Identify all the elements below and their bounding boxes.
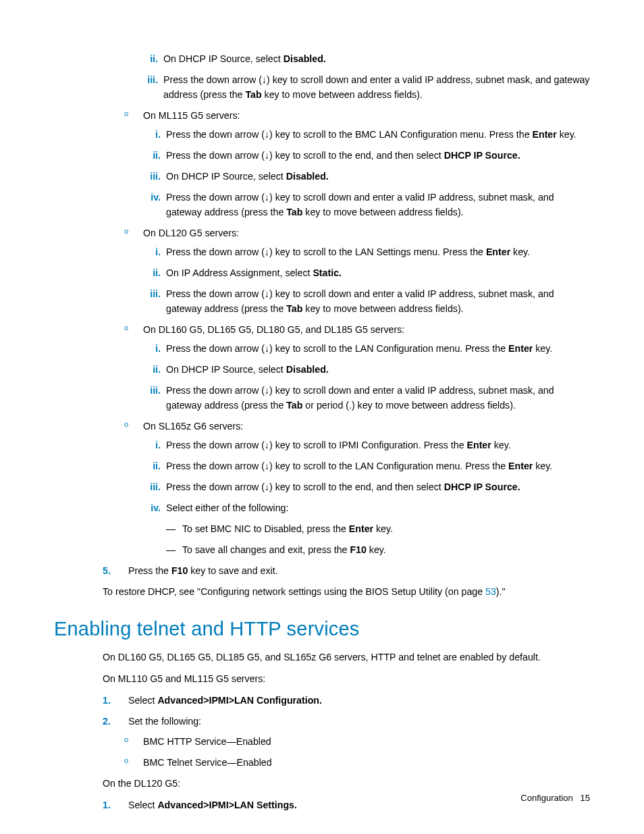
ordered-list: 5. Press the F10 key to save and exit. [103, 563, 590, 578]
bullet-label: On ML115 G5 servers: [143, 110, 240, 121]
step-text: Press the down arrow (↓) key to scroll d… [166, 385, 554, 411]
roman-marker: i. [144, 341, 163, 356]
step-text: Press the down arrow (↓) key to scroll d… [166, 192, 554, 217]
list-item: ii.On DHCP IP Source, select Disabled. [144, 362, 590, 377]
step-text: BMC HTTP Service—Enabled [143, 736, 271, 747]
roman-marker: ii. [144, 459, 163, 473]
body-text: To restore DHCP, see "Configuring networ… [103, 584, 590, 599]
bullet-list: oBMC HTTP Service—EnabledoBMC Telnet Ser… [124, 734, 590, 770]
roman-marker: ii. [144, 148, 163, 163]
roman-marker: iv. [144, 190, 163, 205]
roman-marker: iii. [144, 383, 163, 398]
bullet-marker: o [124, 322, 128, 334]
roman-marker: iii. [144, 286, 163, 301]
roman-marker: ii. [144, 362, 163, 377]
footer-page: 15 [581, 793, 590, 803]
body-text: On DL160 G5, DL165 G5, DL185 G5, and SL1… [103, 650, 590, 664]
list-item: 1.Select Advanced>IPMI>LAN Settings. [103, 798, 590, 812]
roman-marker: i. [144, 127, 163, 142]
step-text: Select either of the following: [166, 502, 288, 513]
list-item: oBMC HTTP Service—Enabled [124, 734, 590, 749]
roman-list: i.Press the down arrow (↓) key to scroll… [144, 341, 590, 413]
step-text: Press the down arrow (↓) key to scroll d… [166, 288, 554, 314]
bullet-marker: o [124, 734, 128, 746]
step-text: Press the down arrow (↓) key to scroll d… [163, 74, 589, 100]
body-text: On ML110 G5 and ML115 G5 servers: [103, 671, 590, 686]
step-text: On DHCP IP Source, select Disabled. [163, 53, 326, 64]
bullet-marker: o [124, 108, 128, 120]
list-item: oBMC Telnet Service—Enabled [124, 755, 590, 770]
roman-list: i.Press the down arrow (↓) key to scroll… [144, 127, 590, 219]
step-text: Press the down arrow (↓) key to scroll t… [166, 129, 576, 140]
roman-marker: i. [144, 438, 163, 452]
roman-marker: i. [144, 244, 163, 259]
list-item: ii.Press the down arrow (↓) key to scrol… [144, 459, 590, 473]
list-marker: 5. [103, 563, 123, 578]
step-text: On IP Address Assignment, select Static. [166, 267, 342, 278]
list-item: i.Press the down arrow (↓) key to scroll… [144, 438, 590, 452]
list-item: —To set BMC NIC to Disabled, press the E… [166, 521, 590, 536]
ordered-list: 1.Select Advanced>IPMI>LAN Configuration… [103, 693, 590, 770]
list-item: oOn DL120 G5 servers:i.Press the down ar… [124, 226, 590, 316]
list-item: 1.Select Advanced>IPMI>LAN Configuration… [103, 693, 590, 708]
step-text: Press the down arrow (↓) key to scroll t… [166, 440, 511, 450]
list-item: iii.On DHCP IP Source, select Disabled. [144, 169, 590, 184]
dash-list: —To set BMC NIC to Disabled, press the E… [166, 521, 590, 557]
list-item: oOn SL165z G6 servers:i.Press the down a… [124, 419, 590, 557]
page-footer: Configuration 15 [520, 793, 590, 803]
bullet-label: On SL165z G6 servers: [143, 421, 243, 432]
step-text: To set BMC NIC to Disabled, press the En… [182, 523, 393, 534]
roman-marker: ii. [142, 51, 161, 66]
step-text: On DHCP IP Source, select Disabled. [166, 171, 329, 182]
roman-marker: ii. [144, 265, 163, 280]
ordered-list: 1.Select Advanced>IPMI>LAN Settings. [103, 798, 590, 812]
step-text: On DHCP IP Source, select Disabled. [166, 364, 329, 375]
list-item: ii.On DHCP IP Source, select Disabled. [142, 51, 590, 66]
list-item: 2.Set the following:oBMC HTTP Service—En… [103, 714, 590, 770]
step-text: Select Advanced>IPMI>LAN Configuration. [128, 695, 322, 706]
step-text: Press the down arrow (↓) key to scroll t… [166, 246, 530, 257]
list-marker: 1. [103, 693, 123, 708]
list-item: iv.Press the down arrow (↓) key to scrol… [144, 190, 590, 219]
list-item: iii.Press the down arrow (↓) key to scro… [142, 72, 590, 102]
step-text: Press the F10 key to save and exit. [128, 565, 278, 576]
list-item: iv.Select either of the following: [144, 500, 590, 515]
bullet-marker: o [124, 419, 128, 430]
step-text: BMC Telnet Service—Enabled [143, 757, 272, 768]
list-item: ii.Press the down arrow (↓) key to scrol… [144, 148, 590, 163]
step-text: To save all changes and exit, press the … [182, 544, 386, 555]
bullet-label: On DL120 G5 servers: [143, 228, 239, 238]
bullet-label: On DL160 G5, DL165 G5, DL180 G5, and DL1… [143, 324, 404, 335]
section-heading: Enabling telnet and HTTP services [54, 618, 590, 640]
list-item: oOn ML115 G5 servers:i.Press the down ar… [124, 108, 590, 219]
dash-marker: — [166, 521, 176, 536]
bullet-list: oOn ML115 G5 servers:i.Press the down ar… [124, 108, 590, 557]
list-item: i.Press the down arrow (↓) key to scroll… [144, 127, 590, 142]
roman-marker: iv. [144, 500, 163, 515]
list-item: oOn DL160 G5, DL165 G5, DL180 G5, and DL… [124, 322, 590, 413]
list-marker: 1. [103, 798, 123, 812]
bullet-marker: o [124, 755, 128, 766]
step-text: Press the down arrow (↓) key to scroll t… [166, 461, 552, 471]
list-item: —To save all changes and exit, press the… [166, 542, 590, 557]
list-item: 5. Press the F10 key to save and exit. [103, 563, 590, 578]
roman-marker: iii. [144, 479, 163, 494]
step-text: Press the down arrow (↓) key to scroll t… [166, 150, 520, 161]
list-item: iii.Press the down arrow (↓) key to scro… [144, 383, 590, 413]
step-text: Press the down arrow (↓) key to scroll t… [166, 481, 520, 492]
bullet-marker: o [124, 226, 128, 237]
page-content: ii.On DHCP IP Source, select Disabled.ii… [54, 47, 590, 818]
roman-marker: iii. [144, 169, 163, 184]
list-marker: 2. [103, 714, 123, 729]
footer-section: Configuration [520, 793, 572, 803]
body-text: On the DL120 G5: [103, 776, 590, 791]
list-item: i.Press the down arrow (↓) key to scroll… [144, 244, 590, 259]
list-item: ii.On IP Address Assignment, select Stat… [144, 265, 590, 280]
list-item: iii.Press the down arrow (↓) key to scro… [144, 286, 590, 316]
step-text: Set the following: [128, 716, 201, 727]
step-text: Press the down arrow (↓) key to scroll t… [166, 343, 552, 354]
list-item: iii.Press the down arrow (↓) key to scro… [144, 479, 590, 494]
list-item: i.Press the down arrow (↓) key to scroll… [144, 341, 590, 356]
dash-marker: — [166, 542, 176, 557]
roman-list: i.Press the down arrow (↓) key to scroll… [144, 244, 590, 316]
